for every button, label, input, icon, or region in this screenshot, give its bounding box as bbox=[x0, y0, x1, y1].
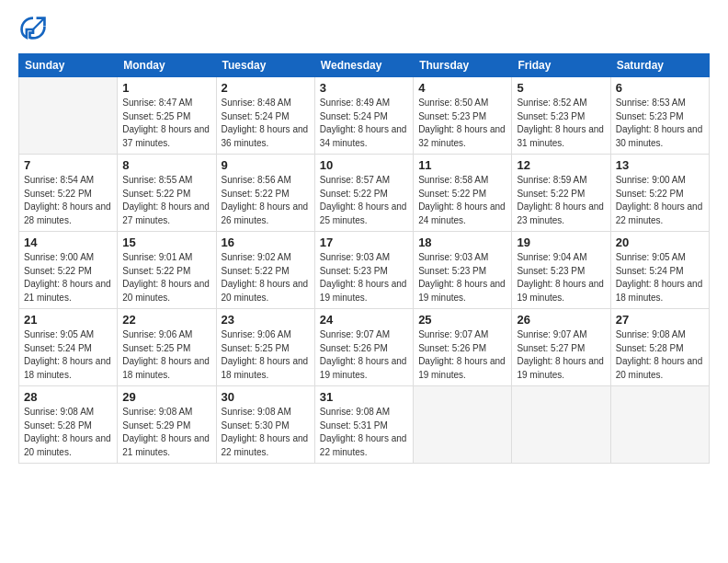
calendar-table: SundayMondayTuesdayWednesdayThursdayFrid… bbox=[18, 53, 710, 464]
day-info: Sunrise: 8:55 AM Sunset: 5:22 PM Dayligh… bbox=[122, 174, 210, 227]
day-number: 12 bbox=[517, 158, 605, 172]
day-number: 23 bbox=[222, 313, 310, 327]
calendar-cell: 21Sunrise: 9:05 AM Sunset: 5:24 PM Dayli… bbox=[19, 309, 118, 386]
calendar-cell bbox=[512, 386, 610, 464]
day-info: Sunrise: 9:08 AM Sunset: 5:29 PM Dayligh… bbox=[122, 406, 210, 459]
day-info: Sunrise: 9:02 AM Sunset: 5:22 PM Dayligh… bbox=[222, 251, 310, 304]
day-number: 19 bbox=[517, 236, 605, 249]
day-number: 29 bbox=[122, 390, 210, 404]
calendar-cell: 14Sunrise: 9:00 AM Sunset: 5:22 PM Dayli… bbox=[19, 232, 118, 309]
day-info: Sunrise: 8:49 AM Sunset: 5:24 PM Dayligh… bbox=[320, 97, 408, 150]
logo bbox=[18, 15, 51, 44]
day-info: Sunrise: 9:05 AM Sunset: 5:24 PM Dayligh… bbox=[24, 328, 112, 382]
day-number: 9 bbox=[222, 158, 310, 172]
calendar-cell: 30Sunrise: 9:08 AM Sunset: 5:30 PM Dayli… bbox=[216, 386, 314, 464]
calendar-cell: 26Sunrise: 9:07 AM Sunset: 5:27 PM Dayli… bbox=[512, 309, 610, 386]
day-number: 30 bbox=[222, 390, 310, 404]
day-number: 11 bbox=[418, 158, 506, 172]
day-info: Sunrise: 9:07 AM Sunset: 5:26 PM Dayligh… bbox=[418, 328, 506, 382]
weekday-header-wednesday: Wednesday bbox=[314, 54, 413, 77]
day-info: Sunrise: 8:56 AM Sunset: 5:22 PM Dayligh… bbox=[222, 174, 310, 227]
day-info: Sunrise: 9:03 AM Sunset: 5:23 PM Dayligh… bbox=[320, 251, 408, 304]
header bbox=[18, 15, 710, 44]
day-number: 6 bbox=[616, 81, 704, 95]
calendar-cell: 2Sunrise: 8:48 AM Sunset: 5:24 PM Daylig… bbox=[216, 77, 314, 155]
calendar-cell: 24Sunrise: 9:07 AM Sunset: 5:26 PM Dayli… bbox=[314, 309, 413, 386]
calendar-cell: 3Sunrise: 8:49 AM Sunset: 5:24 PM Daylig… bbox=[314, 77, 413, 155]
calendar-cell: 22Sunrise: 9:06 AM Sunset: 5:25 PM Dayli… bbox=[118, 309, 216, 386]
calendar-cell: 6Sunrise: 8:53 AM Sunset: 5:23 PM Daylig… bbox=[610, 77, 709, 155]
calendar-cell: 9Sunrise: 8:56 AM Sunset: 5:22 PM Daylig… bbox=[216, 155, 314, 232]
weekday-header-thursday: Thursday bbox=[414, 54, 512, 77]
day-info: Sunrise: 9:04 AM Sunset: 5:23 PM Dayligh… bbox=[517, 251, 605, 304]
day-info: Sunrise: 9:03 AM Sunset: 5:23 PM Dayligh… bbox=[418, 251, 506, 304]
day-info: Sunrise: 9:08 AM Sunset: 5:31 PM Dayligh… bbox=[320, 406, 408, 459]
calendar-cell: 31Sunrise: 9:08 AM Sunset: 5:31 PM Dayli… bbox=[314, 386, 413, 464]
day-number: 14 bbox=[24, 236, 112, 249]
week-row-0: 1Sunrise: 8:47 AM Sunset: 5:25 PM Daylig… bbox=[19, 77, 710, 155]
weekday-header-monday: Monday bbox=[118, 54, 216, 77]
calendar-cell bbox=[610, 386, 709, 464]
week-row-1: 7Sunrise: 8:54 AM Sunset: 5:22 PM Daylig… bbox=[19, 155, 710, 232]
day-number: 28 bbox=[24, 390, 112, 404]
calendar-cell: 5Sunrise: 8:52 AM Sunset: 5:23 PM Daylig… bbox=[512, 77, 610, 155]
week-row-4: 28Sunrise: 9:08 AM Sunset: 5:28 PM Dayli… bbox=[19, 386, 710, 464]
day-info: Sunrise: 9:00 AM Sunset: 5:22 PM Dayligh… bbox=[24, 251, 112, 304]
day-info: Sunrise: 9:07 AM Sunset: 5:27 PM Dayligh… bbox=[517, 328, 605, 382]
day-number: 8 bbox=[122, 158, 210, 172]
day-number: 27 bbox=[616, 313, 704, 327]
day-number: 22 bbox=[122, 313, 210, 327]
day-info: Sunrise: 8:58 AM Sunset: 5:22 PM Dayligh… bbox=[418, 174, 506, 227]
calendar-cell: 7Sunrise: 8:54 AM Sunset: 5:22 PM Daylig… bbox=[19, 155, 118, 232]
day-number: 20 bbox=[616, 236, 704, 249]
day-info: Sunrise: 8:52 AM Sunset: 5:23 PM Dayligh… bbox=[517, 97, 605, 150]
weekday-header-sunday: Sunday bbox=[19, 54, 118, 77]
day-number: 25 bbox=[418, 313, 506, 327]
calendar-cell: 4Sunrise: 8:50 AM Sunset: 5:23 PM Daylig… bbox=[414, 77, 512, 155]
day-info: Sunrise: 8:54 AM Sunset: 5:22 PM Dayligh… bbox=[24, 174, 112, 227]
calendar-cell: 1Sunrise: 8:47 AM Sunset: 5:25 PM Daylig… bbox=[118, 77, 216, 155]
day-info: Sunrise: 9:05 AM Sunset: 5:24 PM Dayligh… bbox=[616, 251, 704, 304]
day-number: 2 bbox=[222, 81, 310, 95]
day-number: 1 bbox=[122, 81, 210, 95]
calendar-cell: 23Sunrise: 9:06 AM Sunset: 5:25 PM Dayli… bbox=[216, 309, 314, 386]
day-info: Sunrise: 8:59 AM Sunset: 5:22 PM Dayligh… bbox=[517, 174, 605, 227]
week-row-3: 21Sunrise: 9:05 AM Sunset: 5:24 PM Dayli… bbox=[19, 309, 710, 386]
day-number: 17 bbox=[320, 236, 408, 249]
day-number: 26 bbox=[517, 313, 605, 327]
calendar-cell: 11Sunrise: 8:58 AM Sunset: 5:22 PM Dayli… bbox=[414, 155, 512, 232]
day-info: Sunrise: 8:47 AM Sunset: 5:25 PM Dayligh… bbox=[122, 97, 210, 150]
calendar-cell: 29Sunrise: 9:08 AM Sunset: 5:29 PM Dayli… bbox=[118, 386, 216, 464]
day-info: Sunrise: 9:08 AM Sunset: 5:28 PM Dayligh… bbox=[24, 406, 112, 459]
page: SundayMondayTuesdayWednesdayThursdayFrid… bbox=[0, 0, 728, 563]
day-info: Sunrise: 9:00 AM Sunset: 5:22 PM Dayligh… bbox=[616, 174, 704, 227]
day-number: 3 bbox=[320, 81, 408, 95]
calendar-cell: 27Sunrise: 9:08 AM Sunset: 5:28 PM Dayli… bbox=[610, 309, 709, 386]
day-info: Sunrise: 9:06 AM Sunset: 5:25 PM Dayligh… bbox=[122, 328, 210, 382]
day-info: Sunrise: 9:01 AM Sunset: 5:22 PM Dayligh… bbox=[122, 251, 210, 304]
day-number: 21 bbox=[24, 313, 112, 327]
day-number: 18 bbox=[418, 236, 506, 249]
day-number: 13 bbox=[616, 158, 704, 172]
weekday-header-row: SundayMondayTuesdayWednesdayThursdayFrid… bbox=[19, 54, 710, 77]
calendar-cell: 8Sunrise: 8:55 AM Sunset: 5:22 PM Daylig… bbox=[118, 155, 216, 232]
logo-icon bbox=[18, 15, 48, 44]
day-number: 15 bbox=[122, 236, 210, 249]
calendar-cell: 25Sunrise: 9:07 AM Sunset: 5:26 PM Dayli… bbox=[414, 309, 512, 386]
weekday-header-tuesday: Tuesday bbox=[216, 54, 314, 77]
calendar-cell bbox=[19, 77, 118, 155]
weekday-header-friday: Friday bbox=[512, 54, 610, 77]
day-info: Sunrise: 9:07 AM Sunset: 5:26 PM Dayligh… bbox=[320, 328, 408, 382]
day-info: Sunrise: 8:50 AM Sunset: 5:23 PM Dayligh… bbox=[418, 97, 506, 150]
day-info: Sunrise: 8:53 AM Sunset: 5:23 PM Dayligh… bbox=[616, 97, 704, 150]
calendar-cell: 16Sunrise: 9:02 AM Sunset: 5:22 PM Dayli… bbox=[216, 232, 314, 309]
day-number: 16 bbox=[222, 236, 310, 249]
calendar-cell: 10Sunrise: 8:57 AM Sunset: 5:22 PM Dayli… bbox=[314, 155, 413, 232]
day-info: Sunrise: 9:08 AM Sunset: 5:30 PM Dayligh… bbox=[222, 406, 310, 459]
day-info: Sunrise: 9:06 AM Sunset: 5:25 PM Dayligh… bbox=[222, 328, 310, 382]
day-number: 4 bbox=[418, 81, 506, 95]
calendar-cell bbox=[414, 386, 512, 464]
weekday-header-saturday: Saturday bbox=[610, 54, 709, 77]
calendar-cell: 19Sunrise: 9:04 AM Sunset: 5:23 PM Dayli… bbox=[512, 232, 610, 309]
day-info: Sunrise: 8:57 AM Sunset: 5:22 PM Dayligh… bbox=[320, 174, 408, 227]
